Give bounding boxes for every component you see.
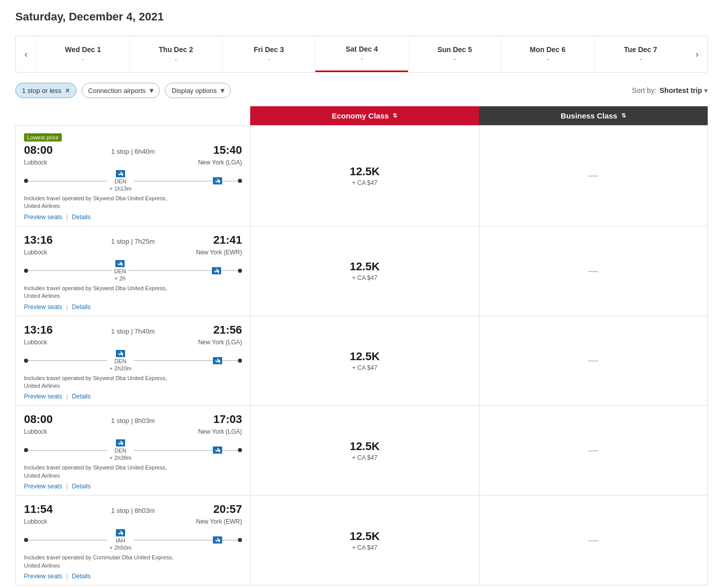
business-class-label: Business Class [561, 111, 617, 120]
date-nav-item-0[interactable]: Wed Dec 1- [36, 36, 129, 72]
date-nav-item-3[interactable]: Sat Dec 4- [315, 36, 408, 72]
business-class-header[interactable]: Business Class ⇅ [479, 106, 708, 125]
sort-section: Sort by: Shortest trip ▾ [632, 86, 708, 95]
route-line-end [128, 270, 212, 271]
sort-label: Sort by: [632, 86, 657, 95]
lowest-price-badge: Lowest price [24, 133, 62, 142]
date-nav-item-4[interactable]: Sun Dec 5- [408, 36, 501, 72]
flight-origin: Lubbock [24, 339, 47, 346]
date-nav-prev[interactable]: ‹ [16, 36, 36, 72]
flight-stop-duration: 1 stop | 6h40m [111, 148, 155, 155]
display-dropdown-arrow[interactable]: ▾ [221, 86, 224, 95]
flight-economy-price[interactable]: 12.5K + CA $47 [251, 126, 479, 226]
flight-operated: Includes travel operated by Skywest Dba … [24, 464, 242, 480]
class-header: Economy Class ⇅ Business Class ⇅ [15, 106, 708, 125]
preview-seats-link[interactable]: Preview seats [24, 483, 62, 490]
route-line-dest [222, 540, 238, 540]
details-link[interactable]: Details [72, 573, 91, 580]
flight-origin: Lubbock [24, 249, 47, 256]
flight-business-price[interactable]: — [479, 126, 708, 226]
link-divider: | [66, 214, 68, 221]
flight-business-price[interactable]: — [479, 226, 708, 316]
route-dest-plane-icon [213, 177, 222, 184]
route-stop-wait: + 2h20m [109, 365, 131, 371]
route-dest-dot [238, 538, 242, 542]
route-stop-wait: + 2h50m [109, 545, 131, 551]
details-link[interactable]: Details [72, 214, 91, 221]
page-title: Saturday, December 4, 2021 [15, 10, 708, 23]
economy-price-surcharge: + CA $47 [352, 179, 377, 186]
route-line-end [134, 181, 213, 181]
stop-filter-chip[interactable]: 1 stop or less × [15, 83, 77, 98]
flight-economy-price[interactable]: 12.5K + CA $47 [251, 406, 479, 495]
route-dest-dot [238, 448, 242, 452]
flight-destination: New York (LGA) [198, 159, 242, 166]
sort-dropdown-arrow[interactable]: ▾ [704, 86, 708, 95]
flight-operated: Includes travel operated by Skywest Dba … [24, 195, 242, 210]
flight-times: 13:16 1 stop | 7h25m 21:41 [24, 233, 242, 247]
flight-operated: Includes travel operated by Skywest Dba … [24, 374, 242, 390]
business-no-price: — [588, 444, 598, 456]
flight-business-price[interactable]: — [479, 406, 708, 495]
link-divider: | [66, 393, 68, 400]
date-nav-item-1[interactable]: Thu Dec 2- [129, 36, 222, 72]
connection-dropdown-arrow[interactable]: ▾ [150, 86, 153, 95]
table-row: 13:16 1 stop | 7h40m 21:56 Lubbock New Y… [15, 316, 708, 406]
display-filter-chip[interactable]: Display options ▾ [165, 83, 231, 98]
route-stop-plane-icon [116, 350, 125, 357]
preview-seats-link[interactable]: Preview seats [24, 573, 62, 580]
route-origin-dot [24, 269, 28, 273]
table-row: Lowest price 08:00 1 stop | 6h40m 15:40 … [15, 125, 708, 226]
date-nav-item-5[interactable]: Mon Dec 6- [501, 36, 594, 72]
flight-origin: Lubbock [24, 518, 47, 525]
route-origin-dot [24, 448, 28, 452]
economy-class-header[interactable]: Economy Class ⇅ [250, 106, 479, 125]
details-link[interactable]: Details [72, 483, 91, 490]
date-nav-next[interactable]: › [687, 36, 707, 72]
flight-economy-price[interactable]: 12.5K + CA $47 [251, 496, 479, 585]
route-stop-middle: DEN + 2h38m [107, 439, 133, 461]
details-link[interactable]: Details [72, 303, 91, 311]
route-stop-code: IAH [116, 537, 125, 544]
date-nav-item-6[interactable]: Tue Dec 7- [594, 36, 687, 72]
route-line-dest [222, 450, 238, 451]
flight-depart: 08:00 [24, 144, 53, 157]
route-stop-plane-icon [115, 260, 125, 267]
preview-seats-link[interactable]: Preview seats [24, 303, 62, 311]
business-no-price: — [588, 170, 598, 181]
flight-links: Preview seats | Details [24, 573, 242, 580]
economy-price-amount: 12.5K [350, 350, 380, 363]
class-header-spacer [15, 106, 250, 125]
flight-depart: 13:16 [24, 233, 53, 247]
economy-price-surcharge: + CA $47 [352, 544, 377, 551]
economy-price-amount: 12.5K [350, 165, 380, 178]
route-line-dest [222, 360, 238, 361]
business-no-price: — [588, 265, 598, 277]
flight-route: DEN + 2h [24, 260, 242, 281]
flight-info: 11:54 1 stop | 8h03m 20:57 Lubbock New Y… [16, 496, 251, 585]
date-nav: ‹ Wed Dec 1-Thu Dec 2-Fri Dec 3-Sat Dec … [15, 36, 708, 73]
route-origin-dot [24, 359, 28, 363]
flight-business-price[interactable]: — [479, 496, 708, 585]
link-divider: | [66, 483, 68, 490]
flight-arrive: 20:57 [213, 503, 242, 516]
preview-seats-link[interactable]: Preview seats [24, 214, 62, 221]
flight-economy-price[interactable]: 12.5K + CA $47 [251, 226, 479, 316]
route-stop-middle: DEN + 1h13m [107, 170, 133, 192]
business-sort-icon[interactable]: ⇅ [621, 112, 626, 119]
date-nav-item-2[interactable]: Fri Dec 3- [222, 36, 315, 72]
flight-economy-price[interactable]: 12.5K + CA $47 [251, 316, 479, 406]
economy-sort-icon[interactable]: ⇅ [393, 112, 397, 119]
stop-filter-remove[interactable]: × [65, 86, 69, 95]
route-line-end [134, 360, 213, 361]
economy-price-amount: 12.5K [350, 440, 380, 453]
flight-business-price[interactable]: — [479, 316, 708, 406]
details-link[interactable]: Details [72, 393, 91, 400]
economy-price-surcharge: + CA $47 [352, 364, 377, 371]
flight-operated: Includes travel operated by Commutair Db… [24, 554, 242, 570]
flight-stop-duration: 1 stop | 8h03m [111, 507, 155, 514]
connection-filter-chip[interactable]: Connection airports ▾ [82, 83, 160, 98]
preview-seats-link[interactable]: Preview seats [24, 393, 62, 400]
filter-bar: 1 stop or less × Connection airports ▾ D… [15, 83, 708, 98]
flight-route: DEN + 2h20m [24, 350, 242, 371]
